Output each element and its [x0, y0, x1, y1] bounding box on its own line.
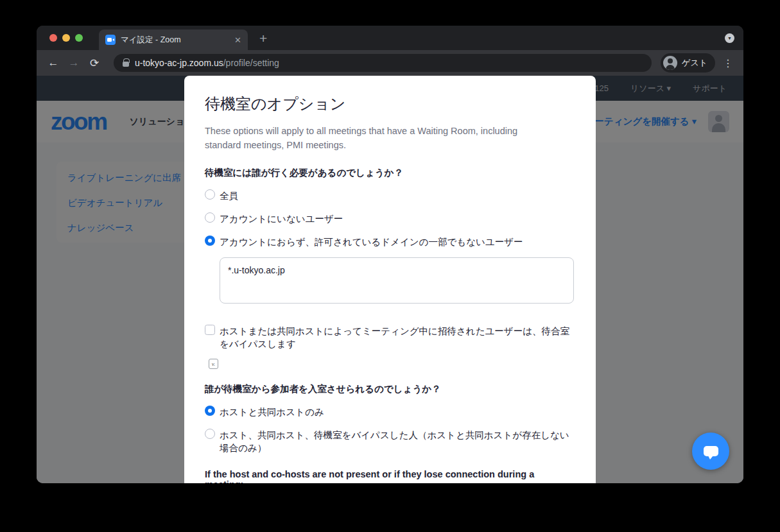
broken-image-icon: v.: [209, 359, 218, 369]
browser-window: マイ設定 - Zoom ✕ + ▼ ← → ⟳ u-tokyo-ac-jp.zo…: [37, 26, 743, 483]
address-bar[interactable]: u-tokyo-ac-jp.zoom.us/profile/setting: [114, 54, 652, 72]
page-viewport: 88.799.0125 リソース ▾ サポート zoom ソリューション ミーテ…: [37, 76, 743, 483]
radio-option-host-cohosts-bypassers[interactable]: ホスト、共同ホスト、待機室をバイパスした人（ホストと共同ホストが存在しない場合の…: [205, 429, 575, 454]
modal-title: 待機室のオプション: [205, 94, 575, 114]
radio-option-users-not-in-account[interactable]: アカウントにいないユーザー: [205, 212, 575, 225]
minimize-window-button[interactable]: [62, 34, 70, 42]
waiting-room-options-modal: 待機室のオプション These options will apply to al…: [184, 76, 596, 483]
radio-option-everyone[interactable]: 全員: [205, 189, 575, 202]
question-who-admits-participants: 誰が待機室から参加者を入室させられるのでしょうか？: [205, 383, 575, 395]
bypass-waiting-room-checkbox-row[interactable]: ホストまたは共同ホストによってミーティング中に招待されたユーザーは、待合室をバイ…: [205, 325, 575, 350]
profile-avatar-icon: [663, 56, 677, 70]
radio-option-host-and-cohosts-only[interactable]: ホストと共同ホストのみ: [205, 406, 575, 418]
maximize-window-button[interactable]: [75, 34, 83, 42]
url-domain: u-tokyo-ac-jp.zoom.us: [135, 58, 223, 68]
radio-icon-selected[interactable]: [205, 406, 215, 416]
radio-icon-selected[interactable]: [205, 236, 215, 246]
radio-icon[interactable]: [205, 189, 215, 200]
question-who-goes-to-waiting-room: 待機室には誰が行く必要があるのでしょうか？: [205, 167, 575, 179]
tab-search-button[interactable]: ▼: [725, 33, 734, 43]
chat-support-button[interactable]: [692, 433, 729, 470]
modal-description: These options will apply to all meetings…: [205, 124, 555, 152]
reload-icon[interactable]: ⟳: [85, 54, 103, 72]
back-icon[interactable]: ←: [44, 54, 62, 72]
zoom-favicon-icon: [105, 35, 116, 45]
radio-option-users-not-in-account-or-domains[interactable]: アカウントにおらず、許可されているドメインの一部でもないユーザー: [205, 236, 575, 248]
tab-title: マイ設定 - Zoom: [121, 35, 229, 46]
url-path: /profile/setting: [223, 58, 279, 68]
tab-strip: マイ設定 - Zoom ✕ + ▼: [37, 26, 743, 50]
window-controls: [49, 34, 83, 42]
close-tab-icon[interactable]: ✕: [234, 35, 241, 45]
forward-icon: →: [65, 54, 83, 72]
close-window-button[interactable]: [49, 34, 57, 42]
chat-bubble-icon: [704, 446, 718, 456]
new-tab-button[interactable]: +: [259, 31, 267, 50]
lock-icon[interactable]: [123, 62, 129, 67]
profile-button[interactable]: ゲスト: [661, 53, 715, 73]
radio-icon[interactable]: [205, 429, 215, 439]
radio-icon[interactable]: [205, 212, 215, 223]
browser-tab[interactable]: マイ設定 - Zoom ✕: [99, 30, 248, 50]
profile-label: ゲスト: [682, 57, 707, 69]
browser-menu-icon[interactable]: ⋮: [720, 57, 736, 69]
allowed-domains-input[interactable]: *.u-tokyo.ac.jp: [220, 257, 574, 304]
url-text[interactable]: u-tokyo-ac-jp.zoom.us/profile/setting: [135, 58, 279, 68]
question-host-not-present: If the host and co-hosts are not present…: [205, 469, 575, 483]
checkbox-icon[interactable]: [205, 325, 215, 335]
browser-toolbar: ← → ⟳ u-tokyo-ac-jp.zoom.us/profile/sett…: [37, 50, 743, 76]
